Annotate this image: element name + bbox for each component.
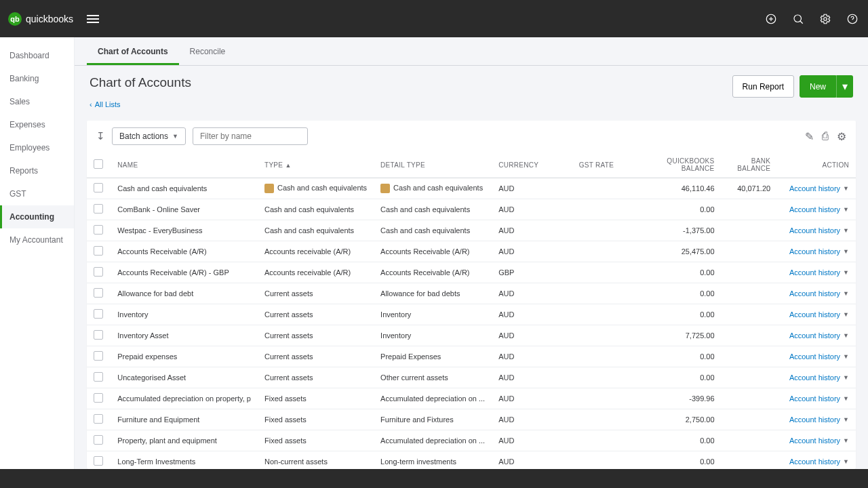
account-history-link[interactable]: Account history ▼	[789, 205, 849, 214]
chevron-down-icon: ▼	[843, 185, 849, 192]
sidebar-item-accounting[interactable]: Accounting	[0, 205, 74, 228]
breadcrumb[interactable]: ‹ All Lists	[75, 100, 868, 113]
row-checkbox[interactable]	[94, 351, 103, 361]
account-history-link[interactable]: Account history ▼	[789, 373, 849, 382]
cell-gst	[572, 262, 641, 283]
col-currency[interactable]: CURRENCY	[492, 152, 572, 178]
table-row: ComBank - Online SaverCash and cash equi…	[87, 199, 856, 220]
cell-bank-balance	[722, 367, 778, 388]
cell-qb-balance: 7,725.00	[640, 325, 721, 346]
col-detail[interactable]: DETAIL TYPE	[374, 152, 492, 178]
svg-point-5	[824, 17, 827, 20]
account-history-link[interactable]: Account history ▼	[789, 458, 849, 466]
account-history-link[interactable]: Account history ▼	[789, 226, 849, 235]
cell-gst	[572, 430, 641, 451]
cell-detail: Other current assets	[374, 367, 492, 388]
row-checkbox[interactable]	[94, 414, 103, 424]
col-action[interactable]: ACTION	[777, 152, 856, 178]
sort-asc-icon: ▲	[285, 162, 291, 169]
cell-name: ComBank - Online Saver	[111, 199, 258, 220]
account-history-link[interactable]: Account history ▼	[789, 352, 849, 361]
col-bank-balance[interactable]: BANK BALANCE	[722, 152, 778, 178]
account-history-link[interactable]: Account history ▼	[789, 184, 849, 192]
col-qb-balance[interactable]: QUICKBOOKS BALANCE	[640, 152, 721, 178]
row-checkbox[interactable]	[94, 456, 103, 466]
row-checkbox[interactable]	[94, 435, 103, 445]
account-history-link[interactable]: Account history ▼	[789, 394, 849, 403]
new-dropdown-icon[interactable]: ▾	[836, 75, 853, 98]
cell-gst	[572, 388, 641, 409]
cell-qb-balance: 0.00	[640, 199, 721, 220]
cell-detail: Cash and cash equivalents	[374, 178, 492, 199]
account-history-link[interactable]: Account history ▼	[789, 331, 849, 340]
cell-name: Accounts Receivable (A/R) - GBP	[111, 262, 258, 283]
hamburger-icon[interactable]	[87, 13, 99, 25]
sort-icon[interactable]: ↧	[96, 130, 105, 142]
select-all-checkbox[interactable]	[94, 159, 103, 169]
sidebar-item-gst[interactable]: GST	[0, 182, 74, 205]
account-type-icon	[380, 184, 390, 193]
chevron-left-icon: ‹	[90, 100, 92, 108]
cell-currency: AUD	[492, 388, 572, 409]
row-checkbox[interactable]	[94, 309, 103, 319]
sidebar-item-my-accountant[interactable]: My Accountant	[0, 228, 74, 251]
col-name[interactable]: NAME	[111, 152, 258, 178]
row-checkbox[interactable]	[94, 372, 103, 382]
add-icon[interactable]	[764, 12, 778, 26]
sidebar-item-reports[interactable]: Reports	[0, 159, 74, 182]
row-checkbox[interactable]	[94, 225, 103, 235]
col-type[interactable]: TYPE ▲	[258, 152, 374, 178]
row-checkbox[interactable]	[94, 246, 103, 256]
filter-input[interactable]	[193, 127, 308, 145]
cell-type: Fixed assets	[258, 430, 374, 451]
account-history-link[interactable]: Account history ▼	[789, 247, 849, 256]
cell-type: Cash and cash equivalents	[258, 199, 374, 220]
account-history-link[interactable]: Account history ▼	[789, 436, 849, 445]
gear-icon[interactable]	[818, 12, 833, 26]
logo: qb quickbooks	[8, 12, 73, 26]
tab-chart-of-accounts[interactable]: Chart of Accounts	[87, 37, 179, 65]
run-report-button[interactable]: Run Report	[732, 75, 794, 98]
sidebar-item-banking[interactable]: Banking	[0, 67, 74, 90]
row-checkbox[interactable]	[94, 267, 103, 277]
settings-icon[interactable]: ⚙	[837, 130, 846, 143]
tab-reconcile[interactable]: Reconcile	[179, 37, 237, 65]
svg-line-4	[800, 21, 803, 24]
cell-name: Accumulated depreciation on property, p	[111, 388, 258, 409]
account-history-link[interactable]: Account history ▼	[789, 310, 849, 319]
cell-gst	[572, 241, 641, 262]
sidebar-item-expenses[interactable]: Expenses	[0, 113, 74, 136]
cell-bank-balance	[722, 346, 778, 367]
account-history-link[interactable]: Account history ▼	[789, 268, 849, 277]
new-button[interactable]: New	[800, 75, 836, 98]
table-row: Accounts Receivable (A/R)Accounts receiv…	[87, 241, 856, 262]
search-icon[interactable]	[791, 12, 806, 26]
cell-detail: Long-term investments	[374, 451, 492, 470]
sidebar-item-employees[interactable]: Employees	[0, 136, 74, 159]
print-icon[interactable]: ⎙	[822, 130, 829, 143]
row-checkbox[interactable]	[94, 288, 103, 298]
account-history-link[interactable]: Account history ▼	[789, 415, 849, 424]
chevron-down-icon: ▼	[843, 311, 849, 318]
batch-actions-button[interactable]: Batch actions ▼	[112, 127, 186, 145]
help-icon[interactable]	[845, 12, 860, 26]
col-gst[interactable]: GST RATE	[572, 152, 641, 178]
sidebar-item-dashboard[interactable]: Dashboard	[0, 44, 74, 67]
row-checkbox[interactable]	[94, 204, 103, 214]
row-checkbox[interactable]	[94, 183, 103, 192]
cell-bank-balance	[722, 199, 778, 220]
tabs: Chart of AccountsReconcile	[75, 37, 868, 66]
cell-type: Current assets	[258, 325, 374, 346]
cell-type: Cash and cash equivalents	[258, 178, 374, 199]
cell-bank-balance	[722, 409, 778, 430]
cell-detail: Prepaid Expenses	[374, 346, 492, 367]
sidebar-item-sales[interactable]: Sales	[0, 90, 74, 113]
row-checkbox[interactable]	[94, 330, 103, 340]
account-history-link[interactable]: Account history ▼	[789, 289, 849, 298]
cell-detail: Inventory	[374, 325, 492, 346]
cell-currency: AUD	[492, 241, 572, 262]
edit-icon[interactable]: ✎	[805, 130, 814, 143]
cell-name: Westpac - EveryBusiness	[111, 220, 258, 241]
cell-detail: Accounts Receivable (A/R)	[374, 241, 492, 262]
row-checkbox[interactable]	[94, 393, 103, 403]
